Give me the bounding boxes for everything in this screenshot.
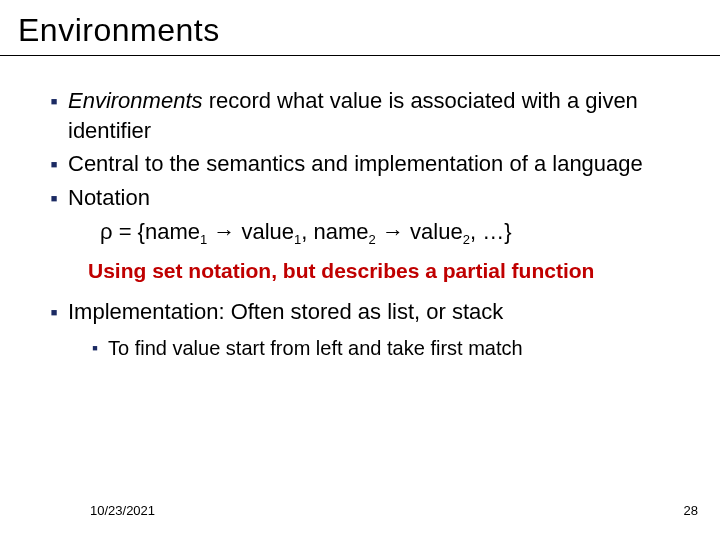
- text: ,: [301, 219, 307, 244]
- slide-title: Environments: [0, 0, 720, 55]
- arrow-icon: →: [376, 219, 410, 244]
- text: name: [314, 219, 369, 244]
- text: value: [410, 219, 463, 244]
- bullet-text: Environments record what value is associ…: [68, 86, 680, 145]
- text: , …}: [470, 219, 512, 244]
- notation-formula: ρ = {name1 → value1, name2 → value2, …}: [40, 217, 680, 249]
- rho-symbol: ρ: [100, 219, 113, 244]
- bullet-item-2: ■ Central to the semantics and implement…: [40, 149, 680, 179]
- arrow-icon: →: [213, 219, 241, 244]
- subscript: 2: [463, 232, 470, 247]
- footer-date: 10/23/2021: [90, 503, 155, 518]
- bullet-item-1: ■ Environments record what value is asso…: [40, 86, 680, 145]
- bullet-text: Implementation: Often stored as list, or…: [68, 297, 680, 327]
- square-bullet-icon: ■: [40, 149, 68, 172]
- bullet-text: Notation: [68, 183, 680, 213]
- italic-term: Environments: [68, 88, 203, 113]
- bullet-item-4: ■ Implementation: Often stored as list, …: [40, 297, 680, 327]
- square-bullet-icon: ■: [40, 183, 68, 206]
- bullet-text: Central to the semantics and implementat…: [68, 149, 680, 179]
- bullet-item-3: ■ Notation: [40, 183, 680, 213]
- footer-page-number: 28: [684, 503, 698, 518]
- text: value: [241, 219, 294, 244]
- sub-bullet-item: ■ To find value start from left and take…: [40, 335, 680, 362]
- square-bullet-icon: ■: [40, 297, 68, 320]
- square-bullet-icon: ■: [82, 335, 108, 354]
- square-bullet-icon: ■: [40, 86, 68, 109]
- text: name: [145, 219, 200, 244]
- subscript: 2: [369, 232, 376, 247]
- subscript: 1: [200, 232, 207, 247]
- content-area: ■ Environments record what value is asso…: [0, 56, 720, 362]
- callout-text: Using set notation, but describes a part…: [40, 257, 680, 285]
- sub-bullet-text: To find value start from left and take f…: [108, 335, 680, 362]
- text: = {: [119, 219, 145, 244]
